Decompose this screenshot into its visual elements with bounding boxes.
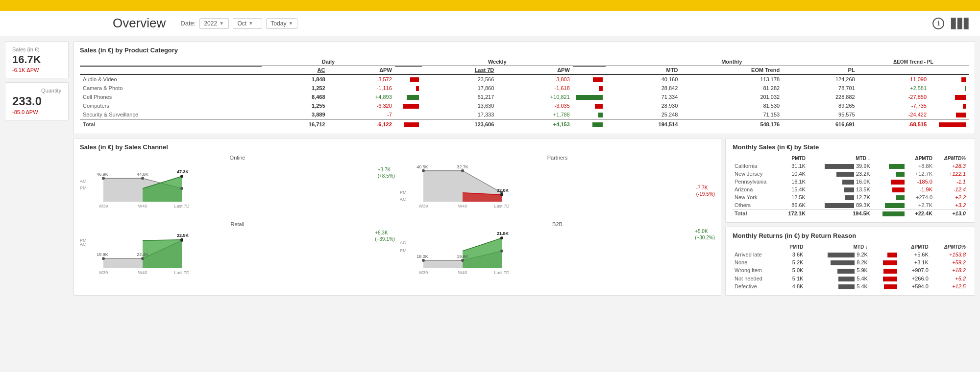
channel-delta: +3.7K(+8.5%) xyxy=(378,166,395,179)
x-label-last7d: Last 7D xyxy=(174,204,190,209)
return-delta: +594.0 xyxy=(899,282,931,290)
channel-name: Online xyxy=(80,155,395,161)
x-label-w39: W39 xyxy=(419,204,428,209)
return-bar xyxy=(870,251,899,258)
returns-row: Not needed 5.1K 5.4K +266.0 +5.2 xyxy=(733,275,968,282)
return-mtd: 9.2K xyxy=(805,251,869,258)
table-row: Security & Surveillance 3,889 -7 17,333 … xyxy=(80,110,969,119)
state-mtd: 16.0K xyxy=(808,178,872,186)
dot-ac-last7d xyxy=(500,193,503,196)
dot-pm-last7d xyxy=(500,249,503,252)
table-row: Audio & Video 1,848 -3,572 23,566 -3,803… xyxy=(80,74,969,84)
dot-pm-last7d xyxy=(180,186,183,189)
state-pmtd: 15.4K xyxy=(780,186,808,193)
total-row: Total 16,712 -6,122 123,606 +4,153 194,5… xyxy=(80,119,969,129)
cat-bar-deom xyxy=(930,110,969,119)
return-mtd: 5.4K xyxy=(805,275,869,282)
state-total-row: Total 172.1K 194.5K +22.4K +13.0 xyxy=(733,209,968,218)
return-bar xyxy=(870,282,899,290)
state-delta: -1.9K xyxy=(906,186,934,193)
quantity-kpi-delta: -85.0 ΔPW xyxy=(12,109,61,115)
return-mtd: 5.4K xyxy=(805,282,869,290)
month-filter[interactable]: Oct ▼ xyxy=(233,18,262,29)
cat-bar-dpw xyxy=(395,84,422,93)
return-bar xyxy=(870,266,899,274)
channel-pm-label: PM xyxy=(400,190,407,195)
cat-last7d: 17,333 xyxy=(422,110,497,119)
return-mtd: 8.2K xyxy=(805,258,869,266)
sales-kpi-value: 16.7K xyxy=(12,53,61,66)
dot-ac-last7d xyxy=(500,236,503,239)
state-pct: +3.2 xyxy=(934,201,968,209)
label-last7d: 22.5K xyxy=(177,232,189,237)
chart-icon[interactable]: ▋▋▋ xyxy=(951,18,970,29)
cat-mtd: 25,248 xyxy=(606,110,681,119)
cat-bar-deom xyxy=(930,101,969,110)
period-filter[interactable]: Today ▼ xyxy=(266,18,297,29)
cat-bar-deom xyxy=(930,74,969,84)
cat-eom: 113,178 xyxy=(681,74,783,84)
date-label: Date: xyxy=(180,20,196,27)
cat-ac: 3,889 xyxy=(262,110,328,119)
x-label-last7d: Last 7D xyxy=(494,204,510,209)
state-row: New York 12.5K 12.7K +274.0 +2.2 xyxy=(733,193,968,201)
cat-eom: 71,153 xyxy=(681,110,783,119)
state-delta: +8.8K xyxy=(906,162,934,170)
state-bar-delta xyxy=(872,186,906,193)
quantity-kpi-value: 233.0 xyxy=(12,94,61,108)
main-content: Sales (in €) 16.7K -6.1K ΔPW Quantity 23… xyxy=(0,36,980,372)
cat-dpw: -1,116 xyxy=(328,84,395,93)
channel-ac-label: AC xyxy=(80,242,86,247)
table-row: Camera & Photo 1,252 -1,116 17,860 -1,61… xyxy=(80,84,969,93)
channel-chart: 46.9K 44.8K 47.3K W39 W40 Last 7D xyxy=(89,163,187,202)
info-icon[interactable]: ℹ xyxy=(932,18,944,29)
page-title: Overview xyxy=(113,16,166,31)
cat-dpw2: -1,618 xyxy=(497,84,572,93)
state-name: California xyxy=(733,162,780,170)
return-reason: Arrived late xyxy=(733,251,779,258)
dot-pm-w39 xyxy=(422,169,425,172)
deom-header: ΔEOM Trend - PL xyxy=(858,58,969,66)
channel-delta: -7.7K(-19.5%) xyxy=(696,185,715,197)
return-delta: +5.6K xyxy=(899,251,931,258)
right-panels: Monthly Sales (in €) by State PMTD MTD ↓… xyxy=(725,138,975,296)
x-label-last7d: Last 7D xyxy=(494,270,510,275)
state-mtd: 12.7K xyxy=(808,193,872,201)
table-row: Computers 1,255 -6,320 13,630 -3,035 28,… xyxy=(80,101,969,110)
cat-deom: -27,850 xyxy=(858,93,930,101)
return-pct: +59.2 xyxy=(931,258,968,266)
channel-pm-label: PM xyxy=(400,248,407,253)
header-icons: ℹ ▋▋▋ xyxy=(932,18,970,29)
state-sales-panel: Monthly Sales (in €) by State PMTD MTD ↓… xyxy=(725,138,975,223)
state-mtd: 23.2K xyxy=(808,170,872,178)
return-delta: +907.0 xyxy=(899,266,931,274)
label-last7d: 21.8K xyxy=(497,231,509,236)
return-mtd: 5.9K xyxy=(805,266,869,274)
state-name: New Jersey xyxy=(733,170,780,178)
x-label-w39: W39 xyxy=(99,204,108,209)
return-pmtd: 3.6K xyxy=(779,251,805,258)
product-category-table: Daily Weekly Monthly ΔEOM Trend - PL AC … xyxy=(80,58,969,129)
cat-ac: 8,468 xyxy=(262,93,328,101)
quantity-kpi-label: Quantity xyxy=(12,88,61,93)
cat-dpw2: -3,803 xyxy=(497,74,572,84)
state-pmtd: 16.1K xyxy=(780,178,808,186)
returns-row: Defective 4.8K 5.4K +594.0 +12.5 xyxy=(733,282,968,290)
state-sales-table: PMTD MTD ↓ ΔPMTD ΔPMTD% California 31.1K… xyxy=(733,155,968,218)
cat-name: Audio & Video xyxy=(80,74,262,84)
dot-ac-last7d xyxy=(180,238,183,241)
returns-row: Wrong item 5.0K 5.9K +907.0 +18.2 xyxy=(733,266,968,274)
cat-name: Computers xyxy=(80,101,262,110)
cat-dpw: -3,572 xyxy=(328,74,395,84)
return-pmtd: 5.2K xyxy=(779,258,805,266)
cat-last7d: 23,566 xyxy=(422,74,497,84)
channel-ac-label: AC xyxy=(400,240,406,245)
monthly-header: Monthly xyxy=(606,58,858,66)
year-filter[interactable]: 2022 ▼ xyxy=(199,18,229,29)
state-row: California 31.1K 39.9K +8.8K +28.3 xyxy=(733,162,968,170)
channel-item-b2b: B2B PM AC 18.0K 19.6K 21.8K xyxy=(400,221,715,283)
channel-delta: +6.3K(+39.1%) xyxy=(375,230,395,242)
cat-last7d: 51,217 xyxy=(422,93,497,101)
state-mtd: 39.9K xyxy=(808,162,872,170)
channel-name: B2B xyxy=(400,221,715,227)
